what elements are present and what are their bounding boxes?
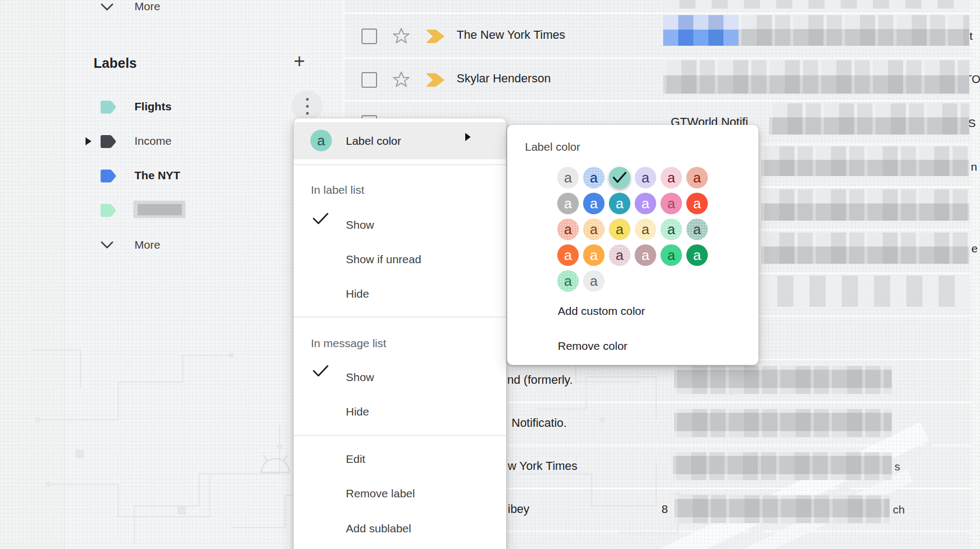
label-color-submenu: Label color aaaaaaaaaaaaaaaaaaaaaaaaa Ad… <box>507 125 758 365</box>
menu-item-remove-color[interactable]: Remove color <box>558 340 628 353</box>
color-swatch[interactable]: a <box>583 270 605 292</box>
menu-item-add-sublabel[interactable]: Add sublabel <box>346 522 411 535</box>
importance-marker-icon[interactable] <box>426 73 445 87</box>
menu-item-show-label-list[interactable]: Show <box>346 219 374 231</box>
color-swatch[interactable]: a <box>635 219 656 240</box>
sidebar-label-flights[interactable]: Flights <box>134 100 172 113</box>
text-fragment: n <box>971 160 977 173</box>
color-swatch[interactable]: a <box>557 270 579 292</box>
color-swatch[interactable]: a <box>686 219 708 240</box>
check-icon <box>313 364 329 377</box>
expand-arrow-icon[interactable] <box>85 137 92 146</box>
android-mascot-watermark <box>261 455 289 473</box>
label-tag-icon-flights <box>100 100 117 115</box>
submenu-arrow-icon <box>465 132 471 142</box>
date-fragment: S <box>968 117 976 130</box>
color-swatch[interactable]: a <box>557 167 579 188</box>
label-tag-icon-nyt <box>100 168 117 184</box>
menu-item-remove-label[interactable]: Remove label <box>346 487 415 500</box>
check-icon <box>313 212 329 225</box>
menu-divider <box>294 316 506 318</box>
sidebar-item-more-bottom[interactable]: More <box>134 238 160 251</box>
sidebar-label-income[interactable]: Income <box>134 135 172 147</box>
menu-divider <box>294 435 506 436</box>
redacted-text-blur <box>673 452 892 480</box>
color-swatch[interactable]: a <box>609 244 630 266</box>
sidebar-label-nyt[interactable]: The NYT <box>134 169 180 182</box>
label-context-menu: a Label color In label list Show Show if… <box>294 118 506 549</box>
menu-section-in-message-list: In message list <box>311 337 386 350</box>
color-swatch[interactable]: a <box>661 193 682 214</box>
sidebar-item-more-top[interactable]: More <box>134 0 160 13</box>
text-fragment: ch <box>893 503 905 516</box>
labels-section-title: Labels <box>94 55 137 71</box>
color-swatch[interactable]: a <box>609 193 630 214</box>
redacted-text-blur <box>761 276 969 307</box>
menu-divider <box>294 164 506 165</box>
redacted-text-blur <box>769 103 969 135</box>
color-swatch[interactable]: a <box>686 244 708 266</box>
color-swatch[interactable]: a <box>557 193 579 214</box>
color-swatch[interactable]: a <box>583 193 605 214</box>
color-swatch[interactable]: a <box>686 193 708 214</box>
menu-item-label-color-text[interactable]: Label color <box>346 135 401 147</box>
color-swatch[interactable]: a <box>557 244 579 266</box>
redacted-subject-blur <box>663 15 738 46</box>
label-options-button[interactable] <box>292 90 323 122</box>
redacted-text-blur <box>738 15 969 46</box>
color-swatch[interactable]: a <box>686 167 708 188</box>
color-swatch[interactable]: a <box>583 167 605 188</box>
check-icon <box>612 171 627 184</box>
redacted-text-blur <box>674 409 892 437</box>
color-swatch-selected[interactable] <box>609 167 630 188</box>
redacted-text-blur <box>663 0 969 9</box>
star-icon[interactable] <box>392 27 410 44</box>
importance-marker-icon[interactable] <box>426 30 445 43</box>
text-fragment: s <box>894 460 900 473</box>
text-fragment: e <box>971 242 978 255</box>
row-checkbox[interactable] <box>361 72 377 88</box>
row-checkbox[interactable] <box>361 29 377 44</box>
redacted-text-blur <box>761 189 969 221</box>
email-sender[interactable]: The New York Times <box>457 28 565 42</box>
menu-item-edit[interactable]: Edit <box>346 453 365 466</box>
color-swatch[interactable]: a <box>635 167 656 188</box>
star-icon[interactable] <box>392 71 410 88</box>
email-sender-fragment[interactable]: ibey <box>508 502 529 516</box>
color-swatch[interactable]: a <box>583 244 605 266</box>
redacted-text-blur <box>663 60 969 94</box>
email-sender[interactable]: Skylar Henderson <box>457 72 551 86</box>
gmail-label-color-screen: { "sidebar": { "more_top": "More", "labe… <box>0 0 980 549</box>
text-fragment: 8 <box>662 503 668 516</box>
color-swatch-grid: aaaaaaaaaaaaaaaaaaaaaaaaa <box>557 167 708 292</box>
color-swatch[interactable]: a <box>635 244 656 266</box>
menu-section-in-label-list: In label list <box>311 184 364 196</box>
color-swatch[interactable]: a <box>557 219 579 240</box>
menu-item-show-if-unread[interactable]: Show if unread <box>346 253 421 266</box>
email-sender-fragment[interactable]: Notificatio. <box>512 416 567 430</box>
color-swatch[interactable]: a <box>583 219 605 240</box>
redacted-text-blur <box>761 146 969 176</box>
submenu-title: Label color <box>525 140 580 153</box>
menu-item-hide-label-list[interactable]: Hide <box>346 287 369 300</box>
redacted-text-blur <box>674 495 890 523</box>
color-swatch[interactable]: a <box>609 219 630 240</box>
menu-item-add-custom-color[interactable]: Add custom color <box>558 305 645 318</box>
color-swatch[interactable]: a <box>661 244 682 266</box>
color-swatch[interactable]: a <box>661 219 682 240</box>
color-swatch[interactable]: a <box>661 167 682 188</box>
label-tag-icon-redacted <box>100 203 117 218</box>
redacted-text-blur <box>674 366 892 394</box>
redacted-label-name-blur <box>138 204 182 215</box>
redacted-text-blur <box>761 233 969 264</box>
chevron-down-icon[interactable] <box>100 240 114 250</box>
menu-item-show-message-list[interactable]: Show <box>346 371 374 384</box>
menu-item-hide-message-list[interactable]: Hide <box>346 405 369 418</box>
chevron-down-icon[interactable] <box>100 2 114 12</box>
label-color-preview-icon: a <box>310 130 332 151</box>
label-tag-icon-income <box>100 134 117 149</box>
email-sender-fragment[interactable]: nd (formerly. <box>507 373 573 387</box>
color-swatch[interactable]: a <box>635 193 656 214</box>
add-label-button[interactable]: + <box>294 52 305 71</box>
email-sender-fragment[interactable]: w York Times <box>508 459 578 473</box>
